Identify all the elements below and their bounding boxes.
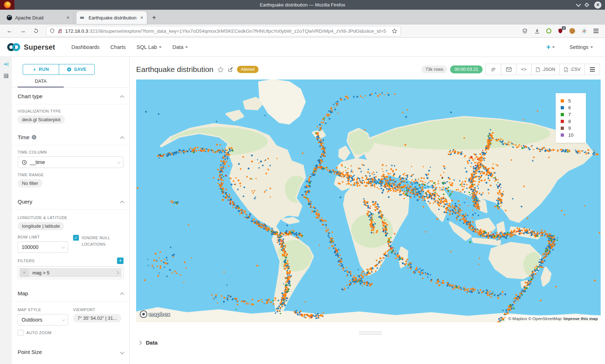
superset-navbar: Superset Dashboards Charts SQL Lab Data … [0,38,605,57]
menu-hamburger-icon[interactable] [593,29,599,33]
legend-item[interactable]: 5 [561,98,586,104]
extension-green-ring-icon[interactable] [546,28,551,33]
deckgl-scatterplot-map[interactable]: 5678910 mapbox © Mapbox © OpenStreetMap … [136,79,601,322]
data-section-toggle[interactable]: Data [136,340,605,346]
legend-swatch-icon [561,113,564,116]
section-point-size[interactable]: Point Size [18,343,124,360]
nav-sql-lab[interactable]: SQL Lab [136,44,162,50]
row-limit-select[interactable]: 100000 [18,241,68,253]
tab-earthquake-distribution[interactable]: ∞ Earthquake distribution × [76,11,147,24]
run-button[interactable]: RUN [23,64,59,74]
more-options-button[interactable] [584,64,600,75]
forward-button[interactable]: → [17,27,29,35]
maximize-icon[interactable] [584,3,589,7]
tab-data[interactable]: DATA [18,78,64,87]
section-map[interactable]: Map [18,285,124,301]
legend-item[interactable]: 9 [561,126,586,131]
data-section-label: Data [146,340,158,346]
reload-icon [33,28,39,34]
legend-item[interactable]: 8 [561,119,586,124]
chart-actions-group: <> .JSON .CSV [485,64,600,75]
legend-label: 5 [568,98,571,104]
colorful-asterisk-icon[interactable] [581,28,587,34]
save-button[interactable]: SAVE [59,64,95,74]
export-csv-button[interactable]: .CSV [559,64,584,75]
time-column-label: TIME COLUMN [18,150,124,154]
nav-dashboards[interactable]: Dashboards [71,44,99,50]
add-filter-button[interactable]: + [117,258,124,264]
lonlat-value[interactable]: longitude | latitude [18,222,64,230]
firefox-app-icon[interactable] [0,0,14,10]
remove-filter-icon[interactable]: × [19,268,29,277]
panel-resize-handle[interactable] [359,332,382,335]
legend-item[interactable]: 10 [561,132,586,138]
left-icon-rail [0,57,12,364]
nav-charts[interactable]: Charts [110,44,126,50]
new-tab-button[interactable]: + [147,14,161,24]
minimize-icon[interactable] [576,1,581,6]
run-save-group: RUN SAVE [23,64,95,75]
tab-close-icon[interactable]: × [67,15,70,21]
chevron-down-icon [117,160,121,164]
legend-item[interactable]: 6 [561,105,586,110]
export-json-button[interactable]: .JSON [531,64,559,75]
back-button[interactable]: ← [4,27,15,35]
ignore-null-checkbox-row[interactable]: ✓ IGNORE NULL LOCATIONS [73,235,124,247]
auto-zoom-checkbox-row[interactable]: AUTO ZOOM [18,330,68,336]
envelope-icon [506,67,512,72]
tracking-shield-icon[interactable] [49,28,55,34]
url-bar[interactable]: 172.18.0.3:32108/superset/explore/?form_… [46,26,401,36]
viewport-value[interactable]: 7° 35' 54.02" | 31... [73,314,121,322]
section-time[interactable]: Timei [18,129,124,145]
chevron-right-icon [138,341,142,345]
superset-brand[interactable]: Superset [6,43,55,51]
dataset-grid-icon[interactable] [3,73,9,79]
add-new-button[interactable]: + [546,43,555,51]
url-text[interactable]: 172.18.0.3:32108/superset/explore/?form_… [65,28,389,34]
chart-area: Earthquake distribution Altered 73k rows… [130,57,605,364]
tab-close-icon[interactable]: × [140,15,143,21]
filter-expression[interactable]: mag > 5 [29,270,112,276]
embed-code-button[interactable]: <> [516,64,531,75]
window-titlebar: Earthquake distribution — Mozilla Firefo… [0,0,605,10]
settings-menu[interactable]: Settings [570,44,593,50]
expand-panel-icon[interactable] [3,61,9,67]
filter-item[interactable]: × mag > 5 [19,268,122,277]
checkbox-empty-icon[interactable] [18,330,23,336]
map-style-label: MAP STYLE [18,308,68,312]
map-style-select[interactable]: Outdoors [18,314,68,326]
mapbox-logo[interactable]: mapbox [140,310,170,318]
chevron-down-icon [62,245,65,249]
cookie-extension-icon[interactable] [569,28,575,34]
legend-item[interactable]: 7 [561,112,586,117]
tab-label: Earthquake distribution [89,15,138,21]
downloads-icon[interactable] [534,28,540,34]
close-window-icon[interactable]: × [594,1,601,9]
expand-filter-icon[interactable] [112,272,122,274]
improve-map-link[interactable]: Improve this map [564,317,598,321]
copy-link-button[interactable] [486,64,501,75]
section-chart-type[interactable]: Chart type [18,88,124,104]
insecure-lock-icon[interactable] [57,28,63,34]
email-button[interactable] [501,64,516,75]
edit-pencil-icon[interactable] [228,67,233,72]
time-column-select[interactable]: __time [18,156,124,168]
section-query[interactable]: Query [18,193,124,209]
bookmark-star-icon[interactable] [391,28,398,34]
viz-type-label: VISUALIZATION TYPE [18,109,124,113]
attribution-text[interactable]: © Mapbox © OpenStreetMap [508,317,562,321]
map-legend: 5678910 [556,93,586,143]
time-range-value[interactable]: No filter [18,179,42,187]
ublock-shield-icon[interactable]: 2 [557,28,563,34]
protections-shield-icon[interactable] [522,28,528,34]
tab-apache-druid[interactable]: Apache Druid × [3,11,73,24]
filters-container: × mag > 5 [18,266,124,279]
checkbox-checked-icon[interactable]: ✓ [73,235,79,241]
reload-button[interactable] [30,28,42,34]
chevron-down-icon [120,350,124,354]
viz-type-value[interactable]: deck.gl Scatterplot [18,115,65,124]
url-host: 172.18.0.3 [65,28,88,34]
favorite-star-icon[interactable] [217,66,224,73]
nav-data[interactable]: Data [172,44,188,50]
chevron-down-icon [185,46,188,48]
